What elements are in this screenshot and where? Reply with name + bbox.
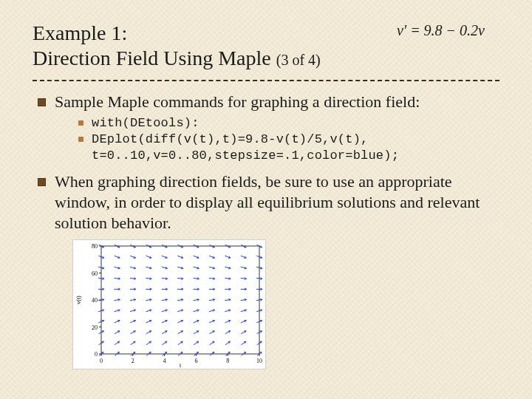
svg-line-189 <box>260 310 262 310</box>
svg-text:8: 8 <box>226 358 229 364</box>
bullet-window-advice: When graphing direction fields, be sure … <box>38 171 499 233</box>
code-line-1: with(DEtools): <box>78 115 499 132</box>
svg-line-180 <box>213 310 215 310</box>
svg-line-159 <box>102 310 104 310</box>
svg-line-186 <box>245 310 247 310</box>
title-main: Direction Field Using Maple <box>33 47 271 69</box>
svg-line-174 <box>181 310 183 310</box>
bullet-commands-intro: Sample Maple commands for graphing a dir… <box>38 92 499 164</box>
equation: v′ = 9.8 − 0.2v <box>397 22 485 39</box>
svg-text:10: 10 <box>256 358 262 364</box>
svg-line-204 <box>166 299 168 299</box>
svg-line-165 <box>134 310 136 310</box>
direction-field-chart: 0246810020406080tv(t) <box>72 239 266 369</box>
svg-line-183 <box>228 310 231 310</box>
code-line-3: t=0..10,v=0..80,stepsize=.1,color=blue); <box>78 148 499 164</box>
svg-line-210 <box>197 299 200 299</box>
svg-line-168 <box>149 310 151 310</box>
svg-line-195 <box>118 299 120 299</box>
svg-text:40: 40 <box>92 297 98 304</box>
svg-text:80: 80 <box>92 243 98 250</box>
svg-line-201 <box>149 299 151 299</box>
svg-text:6: 6 <box>194 358 197 364</box>
title-pagecount: (3 of 4) <box>276 52 321 68</box>
svg-text:4: 4 <box>163 358 166 364</box>
svg-line-207 <box>181 299 183 299</box>
title-line2: Direction Field Using Maple (3 of 4) <box>33 46 499 72</box>
svg-line-216 <box>228 299 231 299</box>
svg-line-177 <box>197 310 199 310</box>
svg-line-219 <box>245 299 247 299</box>
svg-text:20: 20 <box>92 324 98 331</box>
svg-line-198 <box>134 299 136 299</box>
svg-text:v(t): v(t) <box>75 296 82 304</box>
bullet-commands-intro-text: Sample Maple commands for graphing a dir… <box>55 92 420 111</box>
svg-text:60: 60 <box>92 270 98 277</box>
svg-line-213 <box>213 299 215 299</box>
code-line-2: DEplot(diff(v(t),t)=9.8-v(t)/5,v(t), <box>78 132 499 148</box>
svg-line-222 <box>260 299 262 299</box>
svg-text:0: 0 <box>100 358 103 364</box>
svg-line-162 <box>117 310 120 310</box>
svg-line-171 <box>166 310 168 310</box>
svg-text:2: 2 <box>132 358 134 364</box>
svg-text:0: 0 <box>95 351 98 358</box>
svg-line-192 <box>102 299 104 299</box>
svg-text:t: t <box>180 362 182 369</box>
divider <box>33 80 499 81</box>
